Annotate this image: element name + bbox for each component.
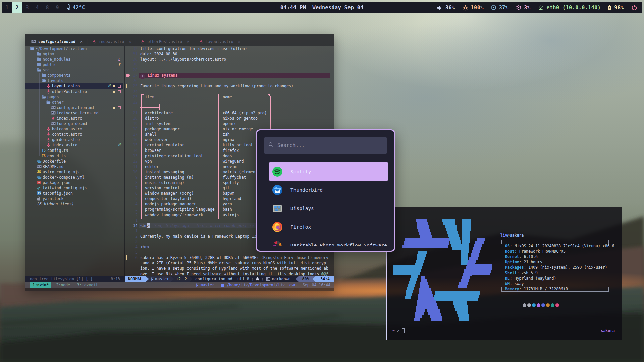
tmux-window-active[interactable]: 1:nvim* [30, 282, 51, 288]
tailwind-icon [37, 186, 41, 190]
editor-line: 271Linux systems [125, 73, 334, 78]
tree-item-Layout.astro[interactable]: Layout.astroH [25, 83, 123, 89]
tab-label: configuration.md [38, 39, 75, 44]
buffer-tab-index.astro[interactable]: index.astro× [91, 37, 135, 46]
folder-icon [220, 283, 225, 287]
astro-icon [199, 39, 203, 44]
table-cell: browser [145, 148, 161, 153]
tree-folder-src[interactable]: src [25, 67, 123, 73]
tab-close-icon[interactable]: × [187, 39, 189, 44]
line-number: 23 [130, 94, 138, 100]
power-module[interactable] [631, 5, 637, 11]
tree-item-configuration.md[interactable]: configuration.md [25, 105, 123, 110]
tree-label: nginx [43, 51, 54, 57]
tree-folder-other[interactable]: other [25, 100, 123, 105]
tree-item-config.ts[interactable]: TSconfig.ts [25, 148, 123, 153]
workspace-9[interactable]: 9 [52, 2, 62, 13]
tree-item-tone-guide.md[interactable]: tone-guide.md [25, 121, 123, 126]
buffer-tab-configuration.md[interactable]: configuration.md× [30, 37, 86, 46]
tree-item-package.json[interactable]: package.json [25, 180, 123, 185]
modified-dot-icon [113, 90, 115, 93]
git-status-badge: ? [118, 62, 121, 67]
launcher-item-Firefox[interactable]: Firefox [269, 218, 388, 236]
tree-item-index.astro[interactable]: index.astroH [25, 142, 123, 148]
indent-guide [44, 92, 46, 92]
tree-item-balcony.astro[interactable]: balcony.astro [25, 126, 123, 132]
launcher-item-Displays[interactable]: Displays [269, 199, 388, 218]
tree-folder-node_modules[interactable]: node_modulesE [25, 57, 123, 62]
tree-label: contact.astro [52, 132, 82, 137]
file-encoding: utf-8 [237, 276, 249, 282]
line-number: 9 [130, 175, 138, 180]
mode-indicator: NORMAL [125, 276, 146, 282]
table-cell: instant messaging [145, 169, 184, 175]
workspaces: 123489 [2, 2, 62, 13]
markdown-icon [31, 40, 36, 43]
prompt-path: ~ [392, 328, 395, 334]
tree-item-contact.astro[interactable]: contact.astro [25, 132, 123, 137]
launcher-item-label: Darktable Photo Workflow Software [290, 243, 387, 246]
palette-dot [523, 303, 526, 307]
tmux-window[interactable]: 3:lazygit [77, 282, 98, 288]
astro-icon [46, 132, 51, 136]
git-status-badge: E [118, 57, 121, 62]
launcher-item-Spotify[interactable]: Spotify [269, 162, 388, 181]
fetch-field-OS: OS: NixOS 24.11.20240828.71e91c4 (Vicuna… [505, 243, 614, 249]
shell-prompt[interactable]: ~ > [392, 328, 405, 334]
fetch-field-label: Packages [505, 265, 524, 270]
buffer-tab-Layout.astro[interactable]: Layout.astro× [198, 37, 244, 46]
tree-label: otherPost.astro [52, 89, 87, 94]
tree-item-Dockerfile[interactable]: Dockerfile [25, 159, 123, 164]
launcher-item-Thunderbird[interactable]: Thunderbird [269, 181, 388, 199]
workspace-2[interactable]: 2 [12, 2, 22, 13]
editor-line: 6sakura has a Ryzen 5 7640U, 32GB of DDR… [125, 255, 334, 260]
tree-item-docker-compose.yml[interactable]: docker-compose.yml [25, 175, 123, 180]
line-number: 15 [130, 142, 138, 148]
neotree-status-label: neo-tree filesystem [1] [-] [30, 276, 93, 282]
git-status-badge: H [108, 83, 111, 89]
tree-folder-nginx[interactable]: nginx [25, 51, 123, 57]
tree-folder-layouts[interactable]: layouts [25, 78, 123, 83]
cpu-icon [491, 5, 496, 10]
tree-item-yarn.lock[interactable]: yarn.lock [25, 196, 123, 201]
table-cell: x86_64 (rip m2 pro) [223, 110, 267, 116]
tree-item-README.md[interactable]: README.md [25, 164, 123, 169]
tree-folder-public[interactable]: public? [25, 62, 123, 67]
tab-divider: ▏ [135, 39, 139, 44]
tree-item-fediverse-terms.md[interactable]: fediverse-terms.md [25, 110, 123, 116]
tree-item-index.astro[interactable]: index.astro [25, 116, 123, 121]
buffer-tab-otherPost.astro[interactable]: otherPost.astro× [139, 37, 193, 46]
fetch-field-value: : Framework FRANMDCP05 [515, 249, 566, 254]
tab-close-icon[interactable]: × [238, 39, 240, 44]
table-cell: distro [145, 116, 159, 121]
editor-line: 20distronixos or gentoo [125, 116, 334, 121]
tmux-window[interactable]: 2:node- [56, 282, 72, 288]
tree-item-tailwind.config.mjs[interactable]: tailwind.config.mjs [25, 185, 123, 191]
network-icon [538, 5, 544, 10]
workspace-8[interactable]: 8 [42, 2, 52, 13]
workspace-1[interactable]: 1 [2, 2, 12, 13]
workspace-4[interactable]: 4 [32, 2, 42, 13]
tab-close-icon[interactable]: × [80, 39, 83, 44]
launcher-item-Darktable Photo Workflow Software[interactable]: Darktable Photo Workflow Software [269, 236, 388, 246]
table-cell: terminal emulator [145, 142, 184, 148]
powerline-arrow [171, 276, 174, 282]
tree-folder-pages[interactable]: pages [25, 94, 123, 100]
tree-item-garden.astro[interactable]: garden.astro [25, 137, 123, 142]
tree-folder-~/Development/liv.town[interactable]: ~/Development/liv.town [25, 46, 123, 51]
tree-folder-components[interactable]: components [25, 73, 123, 78]
workspace-3[interactable]: 3 [22, 2, 32, 13]
tree-item-tsconfig.json[interactable]: TStsconfig.json [25, 191, 123, 196]
line-number: 17 [130, 132, 138, 137]
editor-line: 30layout: ../../layouts/otherPost.astro [125, 57, 334, 62]
tree-label: ~/Development/liv.town [36, 46, 87, 51]
volume-value: 36% [445, 5, 455, 11]
table-cell: zsh [223, 132, 230, 137]
tab-close-icon[interactable]: × [129, 39, 131, 44]
filetype-label: markdown [272, 276, 290, 282]
tab-label: index.astro [99, 39, 124, 44]
table-cell: shell [145, 132, 157, 137]
table-cell: nix or emerge [223, 126, 253, 132]
tree-item-otherPost.astro[interactable]: otherPost.astro [25, 89, 123, 94]
tree-item-astro.config.mjs[interactable]: JSastro.config.mjs [25, 169, 123, 175]
